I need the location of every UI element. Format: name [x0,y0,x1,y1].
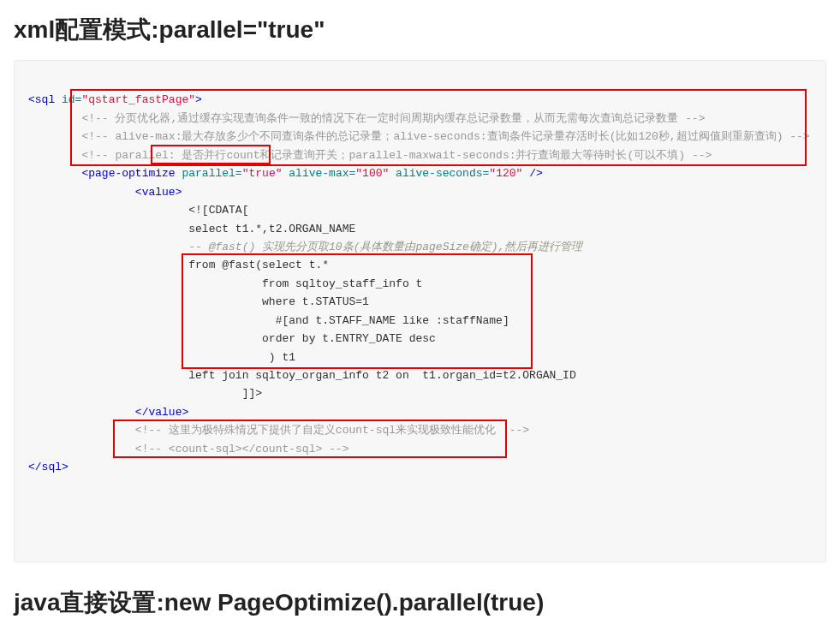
xml-comment-2: <!-- alive-max:最大存放多少个不同查询条件的总记录量；alive-… [81,130,809,143]
attr-alive-seconds: alive-seconds= [396,167,489,180]
sql-line-8: left join sqltoy_organ_info t2 on t1.org… [188,369,575,382]
sql-line-6: order by t.ENTRY_DATE desc [188,332,436,345]
attr-parallel: parallel= [182,167,241,180]
xml-comment-1: <!-- 分页优化器,通过缓存实现查询条件一致的情况下在一定时间周期内缓存总记录… [81,112,705,125]
heading-java-config: java直接设置:new PageOptimize().parallel(tru… [14,586,826,619]
sql-line-4: where t.STATUS=1 [188,295,369,308]
tag-page-optimize: <page-optimize [81,167,182,180]
sql-line-7: ) t1 [188,351,295,364]
cdata-open: <![CDATA[ [188,204,248,217]
val-parallel: "true" [242,167,289,180]
tag-value-close: </value> [135,406,188,419]
tag-close: > [195,93,202,106]
attr-id: id= [62,93,81,106]
val-alive-max: "100" [355,167,396,180]
val-id: "qstart_fastPage" [81,93,195,106]
tag-value-open: <value> [135,186,182,199]
val-alive-seconds: "120" [489,167,529,180]
tag-sql-open: <sql [28,93,62,106]
xml-code-block: <sql id="qstart_fastPage"> <!-- 分页优化器,通过… [14,60,826,562]
xml-comment-3: <!-- parallel: 是否并行count和记录查询开关；parallel… [81,149,712,162]
tag-po-close: /> [529,167,543,180]
sql-line-1: select t1.*,t2.ORGAN_NAME [188,223,355,235]
sql-line-3: from sqltoy_staff_info t [188,277,422,290]
xml-comment-5: <!-- <count-sql></count-sql> --> [135,443,349,455]
tag-sql-close: </sql> [28,461,69,473]
sql-comment: -- @fast() 实现先分页取10条(具体数量由pageSize确定),然后… [188,241,582,253]
attr-alive-max: alive-max= [289,167,355,180]
xml-comment-4: <!-- 这里为极特殊情况下提供了自定义count-sql来实现极致性能优化 -… [135,424,529,437]
cdata-close: ]]> [242,387,262,400]
heading-xml-config: xml配置模式:parallel="true" [14,14,826,46]
sql-line-2: from @fast(select t.* [188,259,329,271]
sql-line-5: #[and t.STAFF_NAME like :staffName] [188,314,509,327]
